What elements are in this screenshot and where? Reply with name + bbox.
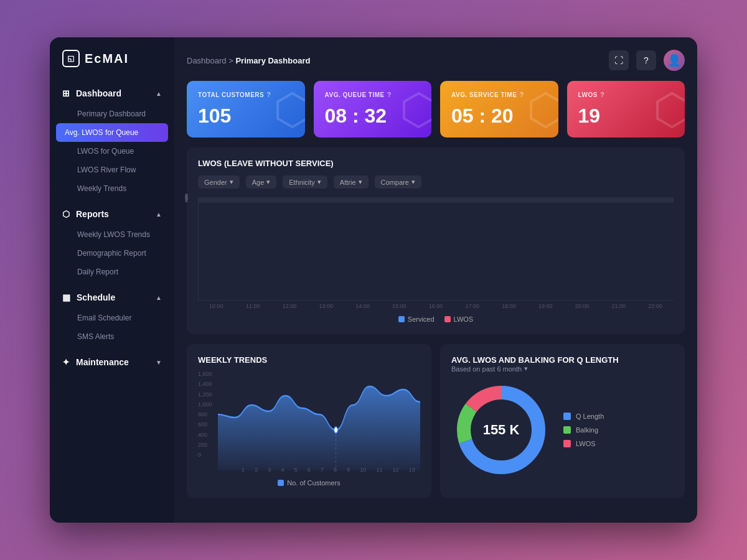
nav-icon-maintenance: ✦ — [62, 357, 70, 367]
sidebar: ◱ EcMAI ⊞Dashboard▲Perimary DashboardAvg… — [50, 37, 174, 523]
weekly-x-label: 5 — [294, 467, 298, 473]
stat-bg-total: ⬡ — [273, 84, 305, 135]
stat-bg-service: ⬡ — [527, 84, 558, 135]
nav-section-label-maintenance: Maintenance — [76, 357, 129, 367]
weekly-chart-title: WEEKLY TRENDS — [198, 355, 420, 365]
donut-chart-section: AVG. LWOS AND BALKING FOR Q LENGTH Based… — [440, 344, 685, 498]
sidebar-section-maintenance: ✦Maintenance▼ — [50, 351, 174, 373]
breadcrumb-active: Primary Dashboard — [235, 56, 310, 65]
legend-dot — [444, 316, 451, 322]
filter-chevron: ▾ — [317, 178, 321, 186]
x-axis-label: 10:00 — [198, 303, 235, 309]
weekly-x-label: 9 — [347, 467, 350, 473]
sidebar-item-email[interactable]: Email Scheduler — [50, 309, 174, 327]
weekly-x-label: 7 — [321, 467, 324, 473]
weekly-x-label: 13 — [409, 467, 415, 473]
stat-card-service: AVG. SERVICE TIME ? 05 : 20 ⬡ — [440, 81, 558, 138]
weekly-legend-dot — [278, 480, 284, 486]
nav-icon-dashboard: ⊞ — [62, 88, 70, 98]
x-axis-label: 19:00 — [527, 303, 564, 309]
weekly-y-label: 0 — [198, 452, 212, 458]
sidebar-item-lwos-queue[interactable]: LWOS for Queue — [50, 142, 174, 161]
chevron-reports: ▲ — [156, 211, 162, 218]
weekly-y-label: 400 — [198, 432, 212, 438]
x-axis-label: 13:00 — [308, 303, 344, 309]
sidebar-item-demographic[interactable]: Demographic Report — [50, 244, 174, 263]
info-icon-queue[interactable]: ? — [387, 91, 392, 98]
donut-legend-lwos: LWOS — [563, 440, 604, 447]
help-button[interactable]: ? — [636, 50, 656, 70]
filter-age[interactable]: Age ▾ — [246, 175, 277, 189]
legend-label: Serviced — [408, 315, 435, 323]
weekly-x-label: 12 — [393, 467, 399, 473]
filter-gender[interactable]: Gender ▾ — [198, 175, 240, 189]
nav-icon-reports: ⬡ — [62, 209, 70, 219]
sidebar-item-avg-lwos[interactable]: Avg. LWOS for Queue — [56, 123, 168, 142]
sidebar-section-dashboard: ⊞Dashboard▲Perimary DashboardAvg. LWOS f… — [50, 82, 174, 198]
weekly-y-label: 800 — [198, 411, 212, 418]
filter-compare[interactable]: Compare ▾ — [375, 175, 421, 189]
weekly-y-label: 200 — [198, 442, 212, 448]
breadcrumb-base: Dashboard — [187, 56, 227, 65]
bottom-charts: WEEKLY TRENDS 1,6001,4001,2001,000800600… — [187, 344, 685, 498]
stat-card-queue: AVG. QUEUE TIME ? 08 : 32 ⬡ — [314, 81, 432, 138]
nav-section-label-dashboard: Dashboard — [76, 88, 121, 98]
legend-serviced: Serviced — [398, 315, 435, 323]
weekly-y-labels: 1,6001,4001,2001,0008006004002000 — [198, 371, 214, 458]
avatar[interactable]: 👤 — [664, 50, 685, 71]
logo: ◱ EcMAI — [50, 50, 174, 82]
header-actions: ⛶ ? 👤 — [609, 50, 685, 71]
info-icon-service[interactable]: ? — [519, 91, 524, 98]
donut-legend-label: LWOS — [576, 440, 596, 447]
sidebar-item-daily[interactable]: Daily Report — [50, 263, 174, 281]
donut-container: 155 K Q LengthBalkingLWOS — [451, 380, 674, 480]
logo-icon: ◱ — [62, 50, 80, 67]
legend-lwos: LWOS — [444, 315, 474, 323]
x-axis-label: 15:00 — [381, 303, 418, 309]
weekly-legend-label: No. of Customers — [287, 479, 341, 487]
grid-line: 1 — [199, 202, 674, 203]
donut-chart-title: AVG. LWOS AND BALKING FOR Q LENGTH — [451, 355, 674, 365]
x-axis-label: 21:00 — [600, 303, 637, 309]
fullscreen-button[interactable]: ⛶ — [609, 50, 629, 70]
x-axis-label: 11:00 — [235, 303, 271, 309]
x-axis-label: 16:00 — [418, 303, 454, 309]
weekly-y-label: 1,000 — [198, 401, 212, 408]
sidebar-section-reports: ⬡Reports▲Weekly LWOS TrendsDemographic R… — [50, 203, 174, 281]
sidebar-item-sms[interactable]: SMS Alerts — [50, 327, 174, 346]
header: Dashboard > Primary Dashboard ⛶ ? 👤 — [187, 50, 685, 71]
weekly-chart-svg — [218, 371, 420, 470]
sidebar-item-weekly-trends[interactable]: Weekly Trends — [50, 179, 174, 198]
x-axis-label: 22:00 — [637, 303, 674, 309]
breadcrumb: Dashboard > Primary Dashboard — [187, 56, 310, 65]
weekly-x-label: 3 — [268, 467, 271, 473]
x-axis-label: 14:00 — [344, 303, 381, 309]
sidebar-item-primary[interactable]: Perimary Dashboard — [50, 105, 174, 123]
donut-legend-dot — [563, 426, 571, 434]
donut-legend-balking: Balking — [563, 426, 604, 434]
weekly-chart-legend: No. of Customers — [198, 479, 420, 487]
nav-icon-schedule: ▦ — [62, 292, 70, 302]
sidebar-nav: ⊞Dashboard▲Perimary DashboardAvg. LWOS f… — [50, 82, 174, 378]
weekly-chart-section: WEEKLY TRENDS 1,6001,4001,2001,000800600… — [187, 344, 431, 498]
filter-chevron: ▾ — [359, 178, 362, 186]
filter-ethnicity[interactable]: Ethnicity ▾ — [283, 175, 327, 189]
donut-legend-q-length: Q Length — [563, 413, 604, 420]
weekly-x-labels: 12345678910111213 — [237, 467, 420, 473]
info-icon-lwos[interactable]: ? — [600, 91, 604, 98]
sidebar-item-lwos-river[interactable]: LWOS River Flow — [50, 161, 174, 179]
lwos-filters: Gender ▾Age ▾Ethnicity ▾Attrie ▾Compare … — [198, 175, 674, 189]
sidebar-section-header-maintenance[interactable]: ✦Maintenance▼ — [50, 351, 174, 373]
sidebar-section-header-schedule[interactable]: ▦Schedule▲ — [50, 286, 174, 309]
weekly-x-label: 11 — [376, 467, 382, 473]
lwos-chart-section: LWOS (LEAVE WITHOUT SERVICE) Gender ▾Age… — [187, 147, 685, 334]
weekly-legend-item: No. of Customers — [278, 479, 341, 487]
sidebar-item-weekly-lwos[interactable]: Weekly LWOS Trends — [50, 225, 174, 244]
sidebar-section-header-reports[interactable]: ⬡Reports▲ — [50, 203, 174, 225]
bar-chart-container: 987654321 10:0011:0012:0013:0014:0015:00… — [198, 197, 674, 309]
filter-attrie[interactable]: Attrie ▾ — [334, 175, 369, 189]
info-icon-total[interactable]: ? — [266, 91, 271, 98]
chevron-schedule: ▲ — [156, 294, 162, 301]
stat-bg-lwos: ⬡ — [653, 84, 685, 135]
sidebar-section-header-dashboard[interactable]: ⊞Dashboard▲ — [50, 82, 174, 105]
